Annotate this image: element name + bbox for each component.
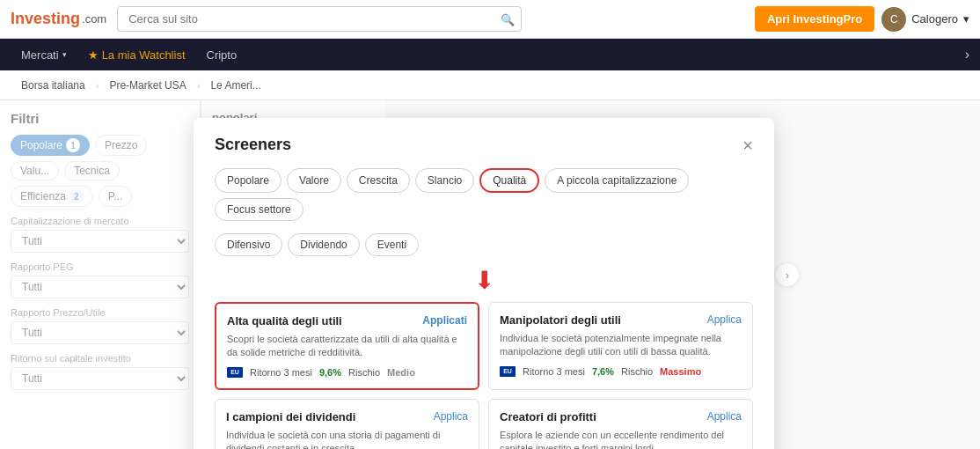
modal-close-button[interactable]: ×	[742, 136, 753, 154]
screener-card-campioni[interactable]: I campioni dei dividendi Applica Individ…	[215, 399, 479, 449]
stat-val-1: 9,6%	[319, 367, 341, 378]
card-stats-manipolatori: Ritorno 3 mesi 7,6% Rischio Massimo	[500, 366, 742, 377]
nav-right-arrow[interactable]: ›	[965, 47, 969, 63]
tab-focus-settore[interactable]: Focus settore	[215, 198, 304, 221]
card-title-manipolatori: Manipolatori degli utili	[500, 313, 621, 327]
card-desc-campioni: Individua le società con una storia di p…	[226, 429, 468, 449]
avatar: C	[881, 7, 906, 32]
card-desc-manipolatori: Individua le società potenzialmente impe…	[500, 332, 742, 359]
logo-investing: Investing	[11, 10, 80, 28]
screener-grid: Alta qualità degli utili Applicati Scopr…	[215, 302, 753, 449]
subnav-item-borsa[interactable]: Borsa italiana	[11, 70, 96, 100]
card-header-manipolatori: Manipolatori degli utili Applica	[500, 313, 742, 327]
card-desc-alta-qualita: Scopri le società caratterizzate da util…	[227, 333, 467, 360]
investing-pro-button[interactable]: Apri InvestingPro	[755, 6, 874, 32]
down-arrow-icon: ⬇	[474, 267, 494, 294]
tab-piccola-cap[interactable]: A piccola capitalizzazione	[545, 168, 689, 193]
card-action-alta-qualita[interactable]: Applicati	[422, 314, 467, 327]
screeners-modal: Screeners × Popolare Valore Crescita Sla…	[194, 118, 774, 449]
user-name: Calogero	[911, 12, 958, 26]
user-menu[interactable]: C Calogero ▾	[881, 7, 969, 32]
sub-nav: Borsa italiana › Pre-Market USA › Le Ame…	[0, 70, 980, 100]
modal-header: Screeners ×	[215, 136, 753, 154]
screener-card-alta-qualita[interactable]: Alta qualità degli utili Applicati Scopr…	[215, 302, 479, 390]
screener-card-manipolatori[interactable]: Manipolatori degli utili Applica Individ…	[488, 302, 753, 390]
card-action-creatori[interactable]: Applica	[707, 410, 742, 423]
nav-label-cripto: Cripto	[207, 48, 238, 62]
logo: Investing.com	[11, 10, 106, 28]
card-header-campioni: I campioni dei dividendi Applica	[226, 410, 468, 423]
header: Investing.com 🔍 Apri InvestingPro C Calo…	[0, 0, 980, 39]
logo-dot: .com	[82, 12, 106, 26]
subnav-label-borsa: Borsa italiana	[21, 79, 85, 92]
arrow-indicator: ⬇	[215, 269, 753, 293]
tab-slancio[interactable]: Slancio	[415, 168, 474, 193]
card-action-manipolatori[interactable]: Applica	[707, 313, 742, 326]
nav-label-watchlist: La mia Watchlist	[102, 48, 186, 62]
chevron-down-icon: ▾	[62, 50, 67, 59]
search-input[interactable]	[117, 6, 522, 32]
nav-label-mercati: Mercati	[21, 48, 59, 62]
card-header-alta-qualita: Alta qualità degli utili Applicati	[227, 314, 467, 328]
nav-bar: Mercati ▾ ★ La mia Watchlist Cripto ›	[0, 39, 980, 70]
chevron-down-icon: ▾	[963, 12, 969, 26]
card-action-campioni[interactable]: Applica	[434, 410, 468, 423]
tab-dividendo[interactable]: Dividendo	[288, 233, 359, 256]
tab-popolare[interactable]: Popolare	[215, 168, 282, 193]
modal-title: Screeners	[215, 136, 291, 154]
main-layout: Filtri Popolare 1 Prezzo Valu... Tecnica…	[0, 100, 980, 449]
card-title-creatori: Creatori di profitti	[500, 410, 596, 423]
tab-row-1: Popolare Valore Crescita Slancio Qualità…	[215, 168, 753, 221]
card-desc-creatori: Esplora le aziende con un eccellente ren…	[500, 429, 742, 449]
subnav-label-premarket: Pre-Market USA	[109, 79, 186, 92]
risk-label-2: Rischio	[621, 366, 653, 377]
nav-item-watchlist[interactable]: ★ La mia Watchlist	[77, 39, 196, 70]
eu-flag-icon2	[500, 366, 516, 377]
card-title-alta-qualita: Alta qualità degli utili	[227, 314, 342, 328]
stat-val-2: 7,6%	[592, 366, 614, 377]
risk-label-1: Rischio	[348, 367, 380, 378]
stat-label-2: Ritorno 3 mesi	[523, 366, 585, 377]
card-title-campioni: I campioni dei dividendi	[226, 410, 355, 423]
tab-qualita[interactable]: Qualità	[479, 168, 539, 193]
nav-item-mercati[interactable]: Mercati ▾	[11, 39, 77, 70]
eu-flag-icon	[227, 367, 243, 378]
tab-crescita[interactable]: Crescita	[347, 168, 410, 193]
search-icon: 🔍	[501, 12, 515, 26]
subnav-item-premarket[interactable]: Pre-Market USA	[99, 70, 196, 100]
card-stats-alta-qualita: Ritorno 3 mesi 9,6% Rischio Medio	[227, 367, 467, 378]
header-right: Apri InvestingPro C Calogero ▾	[755, 6, 969, 32]
search-bar: 🔍	[117, 6, 522, 32]
card-header-creatori: Creatori di profitti Applica	[500, 410, 742, 423]
risk-val-2: Massimo	[660, 366, 701, 377]
subnav-item-ameri[interactable]: Le Ameri...	[200, 70, 271, 100]
risk-val-1: Medio	[387, 367, 415, 378]
stat-label-1: Ritorno 3 mesi	[250, 367, 312, 378]
star-icon: ★	[88, 48, 99, 62]
nav-item-cripto[interactable]: Cripto	[196, 39, 248, 70]
tab-difensivo[interactable]: Difensivo	[215, 233, 282, 256]
subnav-label-ameri: Le Ameri...	[210, 79, 260, 92]
tab-row-2: Difensivo Dividendo Eventi	[215, 233, 753, 256]
tab-eventi[interactable]: Eventi	[365, 233, 419, 256]
tab-valore[interactable]: Valore	[287, 168, 341, 193]
screener-card-creatori[interactable]: Creatori di profitti Applica Esplora le …	[488, 399, 753, 449]
